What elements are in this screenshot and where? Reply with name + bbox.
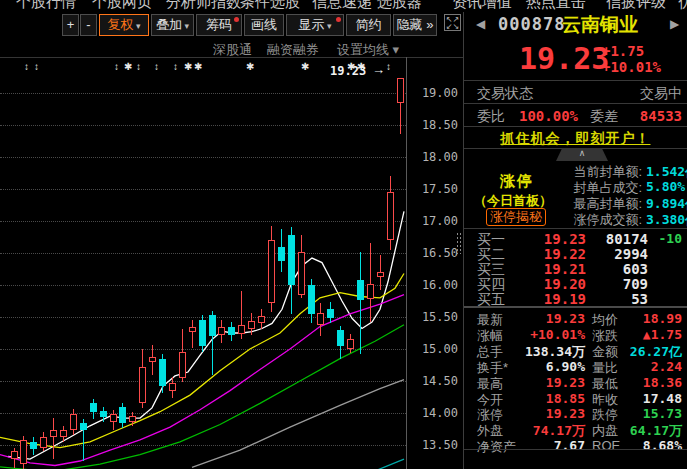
stat-row: 涨停19.23跌停15.73: [464, 406, 687, 422]
stat-row: 总手138.34万金额26.27亿: [464, 343, 687, 359]
open-account-link[interactable]: 抓住机会，即刻开户！: [464, 130, 687, 148]
ma-line-MA5: [8, 211, 404, 459]
toolbar-button-[interactable]: -: [80, 14, 97, 36]
candle-body: [248, 321, 255, 329]
last-price: 19.23: [519, 41, 609, 76]
candle-body: [327, 309, 334, 318]
y-axis-tick-label: 18.00: [414, 150, 458, 164]
prev-stock-arrow[interactable]: ◀: [476, 17, 485, 31]
candle-body: [357, 280, 364, 300]
y-axis-tick-label: 15.00: [414, 342, 458, 356]
candle-body: [347, 339, 354, 349]
candle-body: [110, 414, 117, 422]
candle-body: [268, 240, 275, 303]
kline-chart[interactable]: ↕↕↕✱↕↕↕✱✱✱✱✱✱↕19.23→ 19.0018.5018.0017.5…: [0, 57, 463, 469]
candle-body: [317, 313, 324, 325]
event-arrow-icon: ↕: [154, 62, 159, 72]
limit-info-row: 涨停成交额:3.380亿: [464, 211, 687, 227]
candle-body: [228, 327, 235, 335]
candle-wick: [360, 252, 361, 354]
divider: [464, 126, 687, 127]
y-axis-tick-label: 17.50: [414, 182, 458, 196]
top-nav-item[interactable]: 个股网页: [92, 0, 152, 12]
limit-info-label: 涨停成交额:: [544, 211, 642, 229]
next-stock-arrow[interactable]: ▶: [670, 17, 679, 31]
candle-body: [30, 442, 37, 450]
toolbar-button-[interactable]: 隐藏 »: [393, 14, 437, 36]
bid-price: 19.21: [524, 261, 586, 277]
event-star-icon: ✱: [301, 62, 309, 72]
candle-body: [278, 247, 285, 261]
stat-value: 7.67: [504, 438, 585, 453]
toolbar-button-[interactable]: 画线: [244, 14, 284, 36]
stock-code: 000878: [498, 14, 565, 34]
panel-resize-grip[interactable]: [456, 232, 462, 254]
candle-body: [50, 430, 57, 436]
bid-row: 买四19.20709: [464, 276, 687, 291]
toolbar-button-[interactable]: 叠加 ▾: [151, 14, 194, 36]
candle-body: [367, 284, 374, 299]
y-axis-tick-label: 16.50: [414, 246, 458, 260]
stat-value: 18.36: [614, 375, 682, 390]
fullscreen-expand-icon[interactable]: ↖↗↙↘: [444, 14, 461, 31]
chevron-down-icon: ▾: [324, 21, 331, 31]
toolbar-button-[interactable]: 显示 ▾: [286, 14, 344, 36]
top-nav-item[interactable]: 信息速递: [312, 0, 372, 12]
top-nav-item[interactable]: 分析师指数: [166, 0, 241, 12]
event-arrow-icon: ↕: [24, 62, 29, 72]
kline-plot[interactable]: ↕↕↕✱↕↕↕✱✱✱✱✱✱↕19.23→: [0, 57, 406, 469]
collapse-tab[interactable]: ∧: [556, 148, 608, 161]
limit-info-row: 封单占成交:5.80%: [464, 179, 687, 195]
candle-body: [189, 327, 196, 332]
y-axis-tick-label: 16.00: [414, 278, 458, 292]
toolbar-button-[interactable]: 筹码: [196, 14, 242, 36]
trade-status-value: 交易中: [640, 85, 682, 103]
trade-status-label: 交易状态: [477, 85, 533, 103]
top-nav-item[interactable]: 条件选股: [240, 0, 300, 12]
stat-row: 最高19.23最低18.36: [464, 375, 687, 391]
toolbar-button-[interactable]: 复权 ▾: [99, 14, 149, 36]
ma-line-MA10: [0, 274, 404, 448]
candle-body: [298, 252, 305, 295]
candle-body: [209, 315, 216, 336]
bid-row: 买五19.1953: [464, 291, 687, 306]
stat-value: +10.01%: [504, 327, 585, 342]
candle-body: [70, 414, 77, 429]
weicha-label: 委差: [590, 108, 618, 126]
stock-name: 云南铜业: [562, 12, 638, 38]
candle-body: [387, 192, 394, 240]
limit-info-row: 当前封单额:1.542亿: [464, 163, 687, 179]
weibi-label: 委比: [477, 108, 505, 126]
event-star-icon: ✱: [194, 62, 202, 72]
stock-app-window: 个股行情个股网页分析师指数条件选股信息速递选股器资讯增值热点直击信披评级优惠 +…: [0, 0, 687, 469]
candle-body: [60, 430, 67, 436]
ma-line-MA120: [192, 380, 404, 468]
y-axis-tick-label: 14.00: [414, 406, 458, 420]
top-nav-item[interactable]: 选股器: [377, 0, 422, 12]
candle-body: [337, 330, 344, 346]
candle-wick: [192, 320, 193, 348]
y-axis-tick-label: 15.50: [414, 310, 458, 324]
ma-line-MA250: [368, 459, 404, 469]
bid-price: 19.22: [524, 246, 586, 262]
top-nav-item[interactable]: 个股行情: [16, 0, 76, 12]
stat-value: 18.85: [504, 391, 585, 406]
stat-row: 外盘74.17万内盘64.17万: [464, 422, 687, 438]
divider: [464, 228, 687, 229]
stat-value: 15.73: [614, 406, 682, 421]
candle-body: [129, 416, 136, 422]
price-change: +1.75: [602, 43, 644, 59]
bid-price: 19.19: [524, 291, 586, 307]
bid-volume: 80174: [584, 231, 648, 247]
bid-volume: 603: [584, 261, 648, 277]
toolbar-button-[interactable]: +: [62, 14, 79, 36]
chevron-down-icon: ▾: [133, 21, 140, 31]
stat-row: 最新19.23均价18.99: [464, 311, 687, 327]
chevron-down-icon: ▾: [182, 21, 189, 31]
candle-body: [218, 327, 225, 335]
arrow-right-icon: →: [372, 64, 385, 76]
bid-volume: 709: [584, 276, 648, 292]
candle-body: [258, 316, 265, 324]
limit-info-value: 3.380亿: [646, 211, 687, 229]
toolbar-button-[interactable]: 简约: [346, 14, 391, 36]
